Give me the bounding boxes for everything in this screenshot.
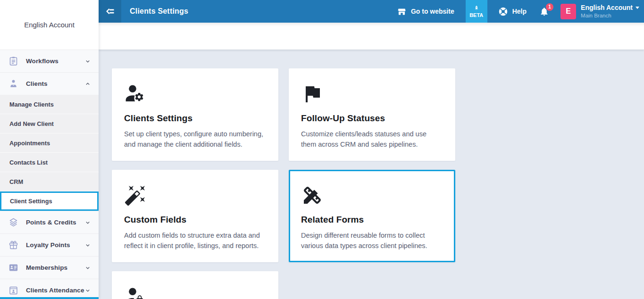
sidebar-item-loyalty-points[interactable]: Loyalty Points	[0, 233, 99, 256]
rocket-icon	[473, 5, 480, 12]
account-menu[interactable]: English Account Main Branch	[581, 3, 639, 19]
card-clients-settings[interactable]: Clients Settings Set up client types, co…	[112, 68, 278, 161]
sidebar: English Account Workflows Clients Manage…	[0, 0, 99, 299]
card-client-portal[interactable]: Client Portal Control the client's exper…	[112, 271, 278, 299]
sidebar-subitem-contacts-list[interactable]: Contacts List	[0, 153, 99, 172]
sidebar-item-clients[interactable]: Clients	[0, 72, 99, 95]
help-button[interactable]: Help	[498, 7, 527, 17]
chevron-down-icon	[84, 242, 91, 249]
card-title: Related Forms	[301, 215, 443, 225]
collapse-sidebar-button[interactable]	[99, 0, 121, 23]
card-description: Design different reusable forms to colle…	[301, 230, 443, 251]
subitem-label: Appointments	[9, 140, 50, 147]
clipboard-icon	[8, 56, 19, 66]
lifebuoy-icon	[498, 7, 508, 17]
sidebar-account-name: English Account	[0, 0, 99, 50]
sidebar-item-label: Points & Credits	[26, 219, 84, 226]
storefront-icon	[397, 7, 407, 17]
magic-wand-icon	[124, 184, 147, 207]
membership-card-icon	[8, 262, 19, 273]
card-description: Add custom fields to structure extra dat…	[124, 230, 266, 251]
sidebar-item-label: Loyalty Points	[26, 241, 84, 249]
sidebar-subitem-manage-clients[interactable]: Manage Clients	[0, 95, 99, 114]
branch-name: Main Branch	[581, 12, 639, 19]
subitem-label: Manage Clients	[9, 101, 54, 108]
sidebar-subitem-appointments[interactable]: Appointments	[0, 133, 99, 153]
attendance-badge-icon	[8, 285, 19, 296]
sidebar-item-clients-attendance[interactable]: Clients Attendance	[0, 279, 99, 299]
go-to-website-button[interactable]: Go to website	[397, 7, 454, 17]
clients-person-icon	[8, 78, 19, 89]
sidebar-item-label: Clients Attendance	[26, 287, 84, 294]
sidebar-item-label: Workflows	[26, 58, 84, 65]
user-lock-icon	[124, 285, 147, 299]
content-top-strip	[99, 23, 644, 50]
sidebar-subitem-add-new-client[interactable]: Add New Client	[0, 114, 99, 133]
chevron-down-icon	[84, 58, 91, 65]
subitem-label: Add New Client	[9, 120, 54, 127]
sidebar-scroll-highlight	[0, 297, 99, 299]
card-title: Follow-Up Statuses	[301, 113, 443, 124]
sidebar-item-label: Clients	[26, 80, 84, 87]
card-description: Set up client types, configure auto numb…	[124, 129, 266, 150]
help-label: Help	[512, 8, 527, 15]
card-title: Custom Fields	[124, 215, 266, 225]
chevron-down-icon	[84, 265, 91, 271]
notifications-button[interactable]: 1	[539, 7, 549, 17]
user-gear-icon	[124, 83, 147, 105]
chevron-down-icon	[84, 219, 91, 226]
sidebar-subitem-client-settings[interactable]: Client Settings	[0, 191, 99, 211]
card-custom-fields[interactable]: Custom Fields Add custom fields to struc…	[112, 170, 278, 262]
page-title: Clients Settings	[130, 7, 188, 16]
main-content: Clients Settings Set up client types, co…	[99, 23, 644, 299]
account-name: English Account	[581, 3, 633, 12]
chevron-down-icon	[84, 287, 91, 294]
card-related-forms[interactable]: Related Forms Design different reusable …	[289, 170, 455, 262]
notification-count-badge: 1	[546, 3, 553, 11]
caret-down-icon	[636, 7, 639, 9]
sidebar-item-memberships[interactable]: Memberships	[0, 256, 99, 279]
sidebar-subitem-crm[interactable]: CRM	[0, 172, 99, 191]
card-follow-up-statuses[interactable]: Follow-Up Statuses Customize clients/lea…	[289, 68, 455, 161]
clients-submenu: Manage Clients Add New Client Appointmen…	[0, 95, 99, 211]
beta-label: BETA	[469, 12, 483, 18]
avatar[interactable]: E	[560, 4, 576, 19]
beta-badge[interactable]: BETA	[466, 0, 487, 23]
sidebar-item-points-credits[interactable]: Points & Credits	[0, 211, 99, 233]
collapse-sidebar-icon	[104, 6, 116, 17]
topbar-actions: Go to website BETA Help 1 E	[397, 0, 644, 23]
sidebar-item-workflows[interactable]: Workflows	[0, 50, 99, 72]
flag-icon	[301, 83, 324, 105]
sidebar-item-label: Memberships	[26, 264, 84, 271]
card-title: Clients Settings	[124, 113, 266, 124]
chevron-up-icon	[84, 81, 91, 87]
layers-icon	[8, 217, 19, 228]
go-to-website-label: Go to website	[411, 8, 454, 15]
card-description: Customize clients/leads statuses and use…	[301, 129, 443, 150]
subitem-label: Contacts List	[9, 159, 48, 166]
topbar: Clients Settings Go to website BETA H	[99, 0, 644, 23]
gift-icon	[8, 240, 19, 250]
subitem-label: CRM	[9, 178, 23, 185]
subitem-label: Client Settings	[10, 198, 52, 205]
settings-cards-grid: Clients Settings Set up client types, co…	[99, 50, 644, 299]
design-tools-icon	[301, 184, 324, 207]
